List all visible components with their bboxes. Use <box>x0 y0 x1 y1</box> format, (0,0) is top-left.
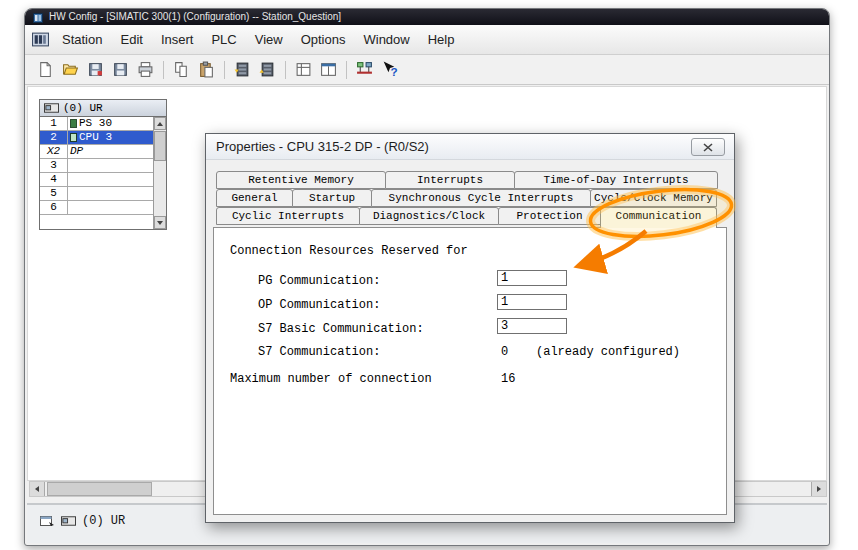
menu-plc[interactable]: PLC <box>202 28 245 51</box>
menu-insert[interactable]: Insert <box>152 28 203 51</box>
scroll-right-button[interactable] <box>811 482 826 496</box>
hscroll-thumb[interactable] <box>47 482 152 496</box>
help-icon: ? <box>381 61 398 78</box>
help-button[interactable]: ? <box>377 58 401 82</box>
save-compile-button[interactable] <box>83 58 107 82</box>
scroll-left-button[interactable] <box>30 482 45 496</box>
rack-table: 1 PS 30 2 CPU 3 X2 <box>40 117 153 215</box>
menu-window[interactable]: Window <box>354 28 418 51</box>
tab-row-2: General Startup Synchronous Cycle Interr… <box>216 189 716 207</box>
module-name: PS 30 <box>79 117 112 130</box>
network-button[interactable] <box>352 58 376 82</box>
open-icon <box>62 61 79 78</box>
close-icon <box>703 143 713 152</box>
child-window-icon[interactable] <box>32 32 49 47</box>
scroll-down-button[interactable] <box>154 216 166 229</box>
slot-number: 3 <box>40 159 68 172</box>
catalog-icon <box>295 61 312 78</box>
arrow-right-icon <box>817 486 821 492</box>
menu-options[interactable]: Options <box>292 28 355 51</box>
rack-scrollbar[interactable] <box>153 117 166 229</box>
tab-protection[interactable]: Protection <box>498 207 601 225</box>
toolbar-separator <box>346 61 347 79</box>
toolbar: ? <box>25 55 829 85</box>
arrow-up-icon <box>157 122 163 126</box>
split-view-icon <box>320 61 337 78</box>
rack-row-slot2-selected[interactable]: 2 CPU 3 <box>40 131 153 145</box>
menu-view[interactable]: View <box>246 28 292 51</box>
lower-pane-label: (0) UR <box>82 514 125 528</box>
open-button[interactable] <box>58 58 82 82</box>
rack-title: (0) UR <box>63 102 103 114</box>
split-view-button[interactable] <box>316 58 340 82</box>
menu-station[interactable]: Station <box>53 28 111 51</box>
toolbar-separator <box>285 61 286 79</box>
station-window-icon <box>39 514 55 528</box>
communication-tab-page: Connection Resources Reserved for PG Com… <box>213 227 727 515</box>
tab-communication[interactable]: Communication <box>600 207 717 228</box>
module-name: CPU 3 <box>79 131 112 144</box>
rack-header[interactable]: (0) UR <box>40 100 166 117</box>
new-button[interactable] <box>33 58 57 82</box>
catalog-button[interactable] <box>291 58 315 82</box>
tab-cyclic-interrupts[interactable]: Cyclic Interrupts <box>216 207 360 225</box>
rack-row-x2[interactable]: X2 DP <box>40 145 153 159</box>
tab-row-3: Cyclic Interrupts Diagnostics/Clock Prot… <box>216 207 716 225</box>
tab-diagnostics-clock[interactable]: Diagnostics/Clock <box>359 207 499 225</box>
menubar: Station Edit Insert PLC View Options Win… <box>25 25 829 55</box>
op-communication-input[interactable] <box>497 294 567 310</box>
menu-edit[interactable]: Edit <box>111 28 151 51</box>
section-label: Connection Resources Reserved for <box>230 244 468 258</box>
scroll-up-button[interactable] <box>154 117 166 130</box>
slot-number: X2 <box>40 145 68 158</box>
window-title: HW Config - [SIMATIC 300(1) (Configurati… <box>49 11 341 22</box>
tab-cycle-clock-memory[interactable]: Cycle/Clock Memory <box>590 189 717 207</box>
rack-row-slot4[interactable]: 4 <box>40 173 153 187</box>
tab-time-of-day-interrupts[interactable]: Time-of-Day Interrupts <box>514 171 718 189</box>
new-icon <box>37 61 54 78</box>
paste-button[interactable] <box>194 58 218 82</box>
tab-strip: Retentive Memory Interrupts Time-of-Day … <box>216 171 726 227</box>
s7-communication-note: (already configured) <box>536 345 680 359</box>
rack-row-slot6[interactable]: 6 <box>40 201 153 215</box>
close-button[interactable] <box>691 138 725 156</box>
svg-text:?: ? <box>390 65 397 78</box>
op-communication-label: OP Communication: <box>258 298 380 312</box>
rack-icon <box>44 103 59 113</box>
download-button[interactable] <box>230 58 254 82</box>
download-to-module-icon <box>234 61 251 78</box>
s7-basic-communication-input[interactable] <box>497 318 567 334</box>
save-button[interactable] <box>108 58 132 82</box>
tab-synchronous-cycle-interrupts[interactable]: Synchronous Cycle Interrupts <box>371 189 591 207</box>
paste-icon <box>198 61 215 78</box>
upload-button[interactable] <box>255 58 279 82</box>
module-icon <box>70 119 77 128</box>
save-icon <box>112 61 129 78</box>
arrow-left-icon <box>35 486 39 492</box>
tab-row-1: Retentive Memory Interrupts Time-of-Day … <box>216 171 717 189</box>
slot-number: 4 <box>40 173 68 186</box>
tab-startup[interactable]: Startup <box>292 189 372 207</box>
rack-row-slot3[interactable]: 3 <box>40 159 153 173</box>
scroll-thumb[interactable] <box>154 131 166 161</box>
copy-button[interactable] <box>169 58 193 82</box>
tab-retentive-memory[interactable]: Retentive Memory <box>216 171 386 189</box>
s7-communication-value: 0 <box>501 345 508 359</box>
s7-basic-communication-label: S7 Basic Communication: <box>258 322 424 336</box>
print-icon <box>137 61 154 78</box>
rack-body: 1 PS 30 2 CPU 3 X2 <box>40 117 166 229</box>
tab-general[interactable]: General <box>216 189 293 207</box>
print-button[interactable] <box>133 58 157 82</box>
save-compile-icon <box>87 61 104 78</box>
pg-communication-input[interactable] <box>497 270 567 286</box>
rack-row-slot5[interactable]: 5 <box>40 187 153 201</box>
rack-panel: (0) UR 1 PS 30 2 CPU 3 <box>39 99 167 230</box>
rack-row-slot1[interactable]: 1 PS 30 <box>40 117 153 131</box>
rack-icon <box>61 516 76 526</box>
arrow-down-icon <box>157 221 163 225</box>
menu-help[interactable]: Help <box>419 28 464 51</box>
toolbar-separator <box>224 61 225 79</box>
module-icon <box>70 133 77 142</box>
tab-interrupts[interactable]: Interrupts <box>385 171 515 189</box>
copy-icon <box>173 61 190 78</box>
